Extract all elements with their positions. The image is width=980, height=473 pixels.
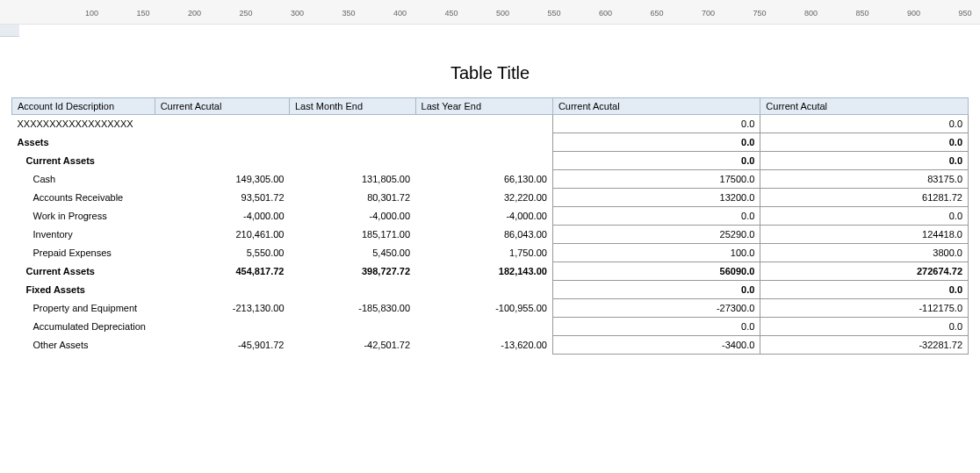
cell-current: 149,305.00 (155, 170, 289, 189)
cell-desc: Inventory (12, 226, 155, 244)
table-row[interactable]: Accumulated Depreciation0.00.0 (12, 318, 969, 336)
cell-lastyear (415, 281, 552, 299)
cube-icon (650, 4, 664, 18)
cell-desc: Other Assets (12, 336, 155, 355)
cell-lastyear: -13,620.00 (415, 336, 552, 355)
cell-extra1: 0.0 (552, 133, 760, 152)
cell-extra1: 0.0 (552, 207, 760, 226)
cell-current (155, 152, 289, 170)
cell-lastmonth (290, 281, 416, 299)
cell-lastyear: 66,130.00 (415, 170, 552, 189)
cell-extra2: 61281.72 (760, 189, 969, 207)
cell-extra1: -3400.0 (552, 336, 760, 355)
cell-extra2: 0.0 (760, 152, 969, 170)
header-row: Account Id Description Current Acutal La… (12, 98, 969, 115)
toolbar-item-total-pages[interactable]: Total Pages (404, 4, 472, 18)
toolbar-label: D (957, 5, 964, 16)
cell-current (155, 133, 289, 152)
table-row[interactable]: Current Assets0.00.0 (12, 152, 969, 170)
image-icon (246, 4, 260, 18)
cell-lastmonth (290, 133, 416, 152)
cell-desc: Assets (12, 133, 155, 152)
cell-extra1: -27300.0 (552, 299, 760, 318)
table-row[interactable]: Property and Equipment-213,130.00-185,83… (12, 299, 969, 318)
col-header-extra2[interactable]: Current Acutal (760, 98, 969, 115)
toolbar-label: Line Chart Color Colum (667, 5, 768, 16)
cube-icon (940, 4, 954, 18)
text-icon: abc (86, 4, 100, 18)
col-header-lastmonth[interactable]: Last Month End (290, 98, 416, 115)
toolbar: ating SectionabcText ItemGaugeImageTotal… (0, 0, 980, 25)
table-row[interactable]: Inventory210,461.00185,171.0086,043.0025… (12, 226, 969, 244)
cell-lastmonth (290, 152, 416, 170)
toolbar-item-ating-section[interactable]: ating Section (0, 4, 74, 18)
cell-lastmonth: 185,171.00 (290, 226, 416, 244)
cell-desc: XXXXXXXXXXXXXXXXXX (12, 115, 155, 133)
cell-extra1: 0.0 (552, 152, 760, 170)
cell-extra2: 0.0 (760, 133, 969, 152)
table-row[interactable]: Assets0.00.0 (12, 133, 969, 152)
col-header-extra1[interactable]: Current Acutal (552, 98, 760, 115)
gauge-icon (178, 4, 192, 18)
cell-lastyear (415, 152, 552, 170)
cell-lastmonth: 80,301.72 (290, 189, 416, 207)
table-row[interactable]: Prepaid Expenses5,550.005,450.001,750.00… (12, 244, 969, 262)
toolbar-label: Image (263, 5, 291, 16)
section-icon (0, 4, 14, 18)
cell-current: 210,461.00 (155, 226, 289, 244)
toolbar-label: Gauge (196, 5, 225, 16)
cell-lastmonth: 5,450.00 (290, 244, 416, 262)
table-row[interactable]: Cash149,305.00131,805.0066,130.0017500.0… (12, 170, 969, 189)
cell-current (155, 281, 289, 299)
toolbar-label: ating Section (18, 5, 74, 16)
svg-rect-0 (2, 6, 12, 15)
cell-extra2: 0.0 (760, 115, 969, 133)
cell-lastyear (415, 115, 552, 133)
cell-extra1: 100.0 (552, 244, 760, 262)
cell-extra1: 0.0 (552, 281, 760, 299)
toolbar-item-line-chart[interactable]: Line Chart (843, 4, 905, 18)
cell-extra2: 124418.0 (760, 226, 969, 244)
cell-extra2: 83175.0 (760, 170, 969, 189)
cell-desc: Property and Equipment (12, 299, 155, 318)
cell-extra2: 272674.72 (760, 262, 969, 281)
cell-current: 5,550.00 (155, 244, 289, 262)
cell-desc: Work in Progress (12, 207, 155, 226)
cell-lastyear (415, 318, 552, 336)
cell-extra2: 0.0 (760, 318, 969, 336)
cell-current: 93,501.72 (155, 189, 289, 207)
table-row[interactable]: XXXXXXXXXXXXXXXXXX0.00.0 (12, 115, 969, 133)
table-title: Table Title (450, 63, 530, 83)
toolbar-item-image[interactable]: Image (246, 4, 291, 18)
cell-extra2: -112175.0 (760, 299, 969, 318)
table-row[interactable]: Other Assets-45,901.72-42,501.72-13,620.… (12, 336, 969, 355)
cell-lastmonth: -4,000.00 (290, 207, 416, 226)
cell-lastyear: -100,955.00 (415, 299, 552, 318)
cell-desc: Current Assets (12, 262, 155, 281)
report-table: Account Id Description Current Acutal La… (11, 97, 969, 355)
svg-rect-6 (407, 5, 414, 16)
cell-extra2: 3800.0 (760, 244, 969, 262)
cell-extra1: 56090.0 (552, 262, 760, 281)
svg-text:abc: abc (89, 8, 99, 14)
toolbar-label: Total Pages (422, 5, 472, 16)
toolbar-item-gauge[interactable]: Gauge (178, 4, 225, 18)
table-row[interactable]: Fixed Assets0.00.0 (12, 281, 969, 299)
col-header-current[interactable]: Current Acutal (155, 98, 289, 115)
cell-extra2: -32281.72 (760, 336, 969, 355)
toolbar-item-line-chart-color-colum[interactable]: Line Chart Color Colum (650, 4, 768, 18)
cube-icon (843, 4, 857, 18)
cell-lastmonth (290, 318, 416, 336)
cell-current: -45,901.72 (155, 336, 289, 355)
cell-desc: Accounts Receivable (12, 189, 155, 207)
table-row[interactable]: Work in Progress-4,000.00-4,000.00-4,000… (12, 207, 969, 226)
cell-desc: Prepaid Expenses (12, 244, 155, 262)
cell-extra1: 17500.0 (552, 170, 760, 189)
col-header-lastyear[interactable]: Last Year End (415, 98, 552, 115)
table-row[interactable]: Accounts Receivable93,501.7280,301.7232,… (12, 189, 969, 207)
cell-desc: Fixed Assets (12, 281, 155, 299)
col-header-desc[interactable]: Account Id Description (12, 98, 155, 115)
table-row[interactable]: Current Assets454,817.72398,727.72182,14… (12, 262, 969, 281)
toolbar-item-text-item[interactable]: abcText Item (86, 4, 143, 18)
toolbar-item-d[interactable]: D (940, 4, 964, 18)
